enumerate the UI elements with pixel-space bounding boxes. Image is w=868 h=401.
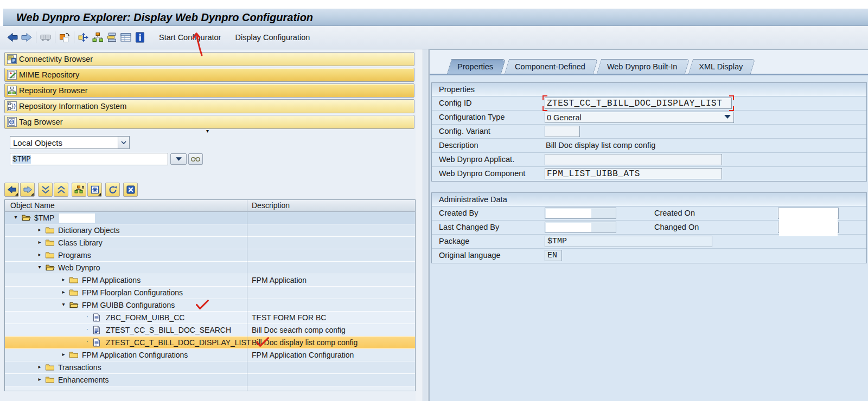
- tree-row-fpm-application-configurations[interactable]: ▸FPM Application ConfigurationsFPM Appli…: [5, 349, 415, 361]
- expand-toggle-icon[interactable]: ▸: [36, 364, 43, 370]
- expand-toggle-icon[interactable]: ▾: [12, 214, 19, 220]
- tree-row-tmp[interactable]: ▾$TMP: [5, 212, 415, 224]
- tag-browser-icon: [7, 117, 17, 127]
- info-button[interactable]: [133, 30, 147, 44]
- collapse-handle-icon[interactable]: ▾: [206, 128, 209, 134]
- red-corner-bracket-annotation: [542, 95, 547, 100]
- tab-web-dynpro-built-in[interactable]: Web Dynpro Built-In: [597, 59, 685, 74]
- expand-toggle-icon[interactable]: ▸: [60, 276, 67, 282]
- tree-row-class-library[interactable]: ▸Class Library: [5, 237, 415, 249]
- accordion-item-mime-repository[interactable]: MIME Repository: [4, 68, 414, 82]
- tab-xml-display[interactable]: XML Display: [688, 59, 751, 74]
- field-input-created-on[interactable]: [778, 208, 839, 219]
- folder-icon: [69, 351, 79, 359]
- chevron-down-icon[interactable]: [118, 137, 129, 148]
- field-label: Created On: [654, 209, 695, 217]
- refresh-button[interactable]: [105, 183, 120, 197]
- info-icon: [134, 31, 146, 43]
- transport-button[interactable]: [39, 30, 53, 44]
- value-help-dropdown-button[interactable]: [170, 153, 187, 165]
- expand-toggle-icon[interactable]: ▾: [36, 264, 43, 270]
- accordion-item-tag-browser[interactable]: Tag Browser: [4, 115, 414, 129]
- tree-row-zbc-form-uibb-cc[interactable]: ·ZBC_FORM_UIBB_CCTEST FORM FOR BC: [5, 312, 415, 324]
- tree-back-icon: [7, 185, 17, 195]
- field-input-configuration-type[interactable]: 0 General: [545, 112, 734, 123]
- expand-toggle-icon[interactable]: ▸: [36, 251, 43, 257]
- red-check-annotation: [195, 300, 209, 310]
- tab-label: Web Dynpro Built-In: [607, 62, 677, 71]
- doc-icon: [93, 313, 100, 322]
- tree-row-ztest-cc-t-bill-doc-display-list[interactable]: ·ZTEST_CC_T_BILL_DOC_DISPLAY_LISTBill Do…: [5, 337, 415, 349]
- close-x-button[interactable]: [123, 183, 138, 197]
- dropdown-arrow-icon[interactable]: [724, 115, 731, 119]
- table-view-button[interactable]: [119, 30, 133, 44]
- tree-row-fpm-applications[interactable]: ▸FPM ApplicationsFPM Application: [5, 274, 415, 287]
- column-header-description[interactable]: Description: [252, 201, 290, 210]
- tree-row-ztest-cc-s-bill-doc-search[interactable]: ·ZTEST_CC_S_BILL_DOC_SEARCHBill Doc seac…: [5, 324, 415, 337]
- field-input-last-changed-by[interactable]: [545, 222, 616, 233]
- folder-icon: [45, 251, 55, 259]
- field-input-created-by[interactable]: [545, 208, 616, 219]
- expand-all-button[interactable]: [38, 183, 53, 197]
- tree-forward-button[interactable]: [20, 183, 35, 197]
- tree-node-label: ZBC_FORM_UIBB_CC: [106, 313, 184, 322]
- tree-row-web-dynpro[interactable]: ▾Web Dynpro: [5, 262, 415, 274]
- display-change-button[interactable]: [58, 30, 72, 44]
- navigate-button[interactable]: [76, 30, 91, 44]
- collapse-all-button[interactable]: [54, 183, 68, 197]
- focus-button[interactable]: [87, 183, 102, 197]
- tree-back-button[interactable]: [4, 183, 19, 197]
- tree-row-fpm-guibb-configurations[interactable]: ▾FPM GUIBB Configurations: [5, 299, 415, 312]
- red-corner-bracket-annotation: [729, 106, 734, 111]
- accordion-item-repository-browser[interactable]: Repository Browser: [4, 83, 414, 98]
- tree-row-fpm-floorplan-configurations[interactable]: ▸FPM Floorplan Configurations: [5, 287, 415, 299]
- field-input-web-dynpro-component[interactable]: FPM_LIST_UIBB_ATS: [545, 168, 722, 179]
- left-pane: Connectivity BrowserMIME RepositoryRepos…: [0, 49, 416, 401]
- display-glasses-button[interactable]: [188, 153, 203, 165]
- repository-information-system-icon: [7, 101, 17, 111]
- tree-row-programs[interactable]: ▸Programs: [5, 249, 415, 262]
- tree-node-label: Dictionary Objects: [58, 226, 120, 235]
- expand-toggle-icon[interactable]: ▸: [36, 376, 43, 382]
- pane-splitter[interactable]: [423, 49, 429, 401]
- tab-component-defined[interactable]: Component-Defined: [505, 59, 593, 74]
- start-configurator-button[interactable]: Start Configurator: [157, 32, 223, 43]
- field-input-config-id[interactable]: ZTEST_CC_T_BILL_DOC_DISPLAY_LIST: [545, 98, 732, 109]
- tree-row-dictionary-objects[interactable]: ▸Dictionary Objects: [5, 224, 415, 237]
- layers-button[interactable]: [105, 30, 119, 44]
- object-list-select[interactable]: Local Objects: [10, 136, 130, 149]
- hierarchy-button[interactable]: [91, 30, 105, 44]
- forward-button[interactable]: [20, 30, 34, 44]
- column-header-object-name[interactable]: Object Name: [10, 201, 55, 210]
- field-input-web-dynpro-applicat[interactable]: [545, 154, 722, 165]
- expand-toggle-icon[interactable]: ▸: [36, 239, 43, 245]
- properties-groupbox: Properties Config IDZTEST_CC_T_BILL_DOC_…: [431, 82, 867, 182]
- field-input-package[interactable]: $TMP: [545, 236, 712, 247]
- hierarchy-up-button[interactable]: [72, 183, 86, 197]
- tree-node-label: ZTEST_CC_S_BILL_DOC_SEARCH: [106, 326, 231, 334]
- expand-toggle-icon[interactable]: ▸: [60, 351, 67, 357]
- display-change-icon: [59, 31, 71, 43]
- expand-toggle-icon[interactable]: ▸: [36, 227, 43, 232]
- field-input-original-language[interactable]: EN: [545, 250, 562, 261]
- tab-label: Properties: [457, 62, 493, 71]
- field-value: $TMP: [547, 237, 567, 246]
- tree-row-transactions[interactable]: ▸Transactions: [5, 361, 415, 374]
- toolbar-separator: [36, 31, 36, 43]
- tree-row-enhancements[interactable]: ▸Enhancements: [5, 374, 415, 386]
- tab-properties[interactable]: Properties: [447, 59, 501, 74]
- expand-toggle-icon[interactable]: ▸: [60, 289, 67, 295]
- field-input-config-variant[interactable]: [545, 126, 580, 137]
- detail-tabs: PropertiesComponent-DefinedWeb Dynpro Bu…: [430, 59, 868, 74]
- focus-icon: [90, 185, 100, 195]
- display-configuration-button[interactable]: Display Configuration: [233, 32, 312, 43]
- redacted-value: [59, 214, 95, 223]
- accordion-item-connectivity-browser[interactable]: Connectivity Browser: [4, 52, 414, 66]
- tree-node-description: FPM Application Configuration: [252, 351, 414, 359]
- package-input[interactable]: $TMP: [10, 153, 168, 165]
- back-button[interactable]: [5, 30, 20, 44]
- expand-toggle-icon[interactable]: ▾: [60, 301, 67, 307]
- back-icon: [7, 31, 18, 43]
- field-row-web-dynpro-component: Web Dynpro ComponentFPM_LIST_UIBB_ATS: [432, 167, 866, 181]
- accordion-item-repository-information-system[interactable]: Repository Information System: [4, 99, 414, 113]
